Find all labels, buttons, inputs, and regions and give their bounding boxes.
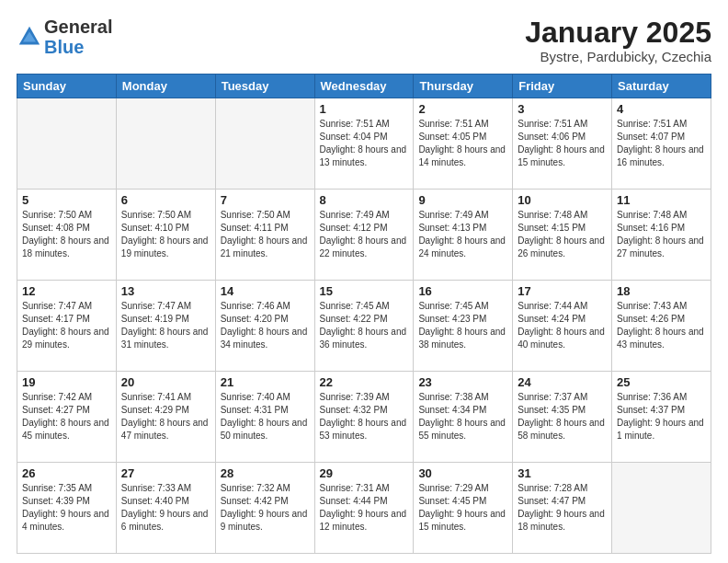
day-number: 27 [121,466,210,480]
day-cell: 4Sunrise: 7:51 AM Sunset: 4:07 PM Daylig… [612,98,711,190]
day-number: 15 [320,284,409,298]
day-info: Sunrise: 7:51 AM Sunset: 4:06 PM Dayligh… [518,118,607,169]
day-cell: 2Sunrise: 7:51 AM Sunset: 4:05 PM Daylig… [414,98,513,190]
day-cell: 25Sunrise: 7:36 AM Sunset: 4:37 PM Dayli… [612,372,711,463]
calendar: Sunday Monday Tuesday Wednesday Thursday… [17,74,711,554]
day-info: Sunrise: 7:32 AM Sunset: 4:42 PM Dayligh… [221,482,310,534]
day-number: 23 [418,375,507,389]
day-number: 3 [518,102,607,116]
week-row-4: 19Sunrise: 7:42 AM Sunset: 4:27 PM Dayli… [17,372,711,463]
month-title: January 2025 [525,17,711,49]
day-info: Sunrise: 7:51 AM Sunset: 4:05 PM Dayligh… [418,118,507,169]
day-info: Sunrise: 7:50 AM Sunset: 4:10 PM Dayligh… [121,209,210,260]
day-info: Sunrise: 7:47 AM Sunset: 4:17 PM Dayligh… [22,300,111,351]
day-cell: 11Sunrise: 7:48 AM Sunset: 4:16 PM Dayli… [612,190,711,281]
day-cell: 8Sunrise: 7:49 AM Sunset: 4:12 PM Daylig… [314,190,414,281]
day-number: 20 [121,375,210,389]
day-info: Sunrise: 7:48 AM Sunset: 4:15 PM Dayligh… [518,209,607,260]
day-info: Sunrise: 7:50 AM Sunset: 4:11 PM Dayligh… [221,209,310,260]
day-cell: 29Sunrise: 7:31 AM Sunset: 4:44 PM Dayli… [314,463,414,554]
day-cell [17,98,117,190]
day-cell: 7Sunrise: 7:50 AM Sunset: 4:11 PM Daylig… [215,190,314,281]
day-number: 16 [418,284,507,298]
day-number: 26 [22,466,111,480]
day-cell: 13Sunrise: 7:47 AM Sunset: 4:19 PM Dayli… [116,281,215,372]
day-cell: 19Sunrise: 7:42 AM Sunset: 4:27 PM Dayli… [17,372,117,463]
day-info: Sunrise: 7:48 AM Sunset: 4:16 PM Dayligh… [617,209,706,260]
day-cell: 17Sunrise: 7:44 AM Sunset: 4:24 PM Dayli… [513,281,612,372]
day-cell: 5Sunrise: 7:50 AM Sunset: 4:08 PM Daylig… [17,190,117,281]
day-number: 2 [418,102,507,116]
day-number: 4 [617,102,706,116]
day-number: 29 [320,466,409,480]
day-number: 19 [22,375,111,389]
day-info: Sunrise: 7:46 AM Sunset: 4:20 PM Dayligh… [221,300,310,351]
header-monday: Monday [116,75,215,98]
day-cell [215,98,314,190]
week-row-5: 26Sunrise: 7:35 AM Sunset: 4:39 PM Dayli… [17,463,711,554]
day-info: Sunrise: 7:51 AM Sunset: 4:07 PM Dayligh… [617,118,706,169]
day-cell: 1Sunrise: 7:51 AM Sunset: 4:04 PM Daylig… [314,98,414,190]
day-info: Sunrise: 7:45 AM Sunset: 4:23 PM Dayligh… [418,300,507,351]
day-cell: 27Sunrise: 7:33 AM Sunset: 4:40 PM Dayli… [116,463,215,554]
day-info: Sunrise: 7:45 AM Sunset: 4:22 PM Dayligh… [320,300,409,351]
day-info: Sunrise: 7:36 AM Sunset: 4:37 PM Dayligh… [617,391,706,442]
day-cell [116,98,215,190]
day-number: 31 [518,466,607,480]
day-cell: 28Sunrise: 7:32 AM Sunset: 4:42 PM Dayli… [215,463,314,554]
day-number: 25 [617,375,706,389]
day-number: 10 [518,193,607,207]
day-cell: 22Sunrise: 7:39 AM Sunset: 4:32 PM Dayli… [314,372,414,463]
day-cell: 24Sunrise: 7:37 AM Sunset: 4:35 PM Dayli… [513,372,612,463]
day-cell: 16Sunrise: 7:45 AM Sunset: 4:23 PM Dayli… [414,281,513,372]
logo-general-text: General [44,17,112,37]
day-info: Sunrise: 7:29 AM Sunset: 4:45 PM Dayligh… [418,482,507,534]
day-info: Sunrise: 7:31 AM Sunset: 4:44 PM Dayligh… [320,482,409,534]
header-friday: Friday [513,75,612,98]
day-number: 8 [320,193,409,207]
week-row-1: 1Sunrise: 7:51 AM Sunset: 4:04 PM Daylig… [17,98,711,190]
day-info: Sunrise: 7:49 AM Sunset: 4:13 PM Dayligh… [418,209,507,260]
day-info: Sunrise: 7:49 AM Sunset: 4:12 PM Dayligh… [320,209,409,260]
day-info: Sunrise: 7:50 AM Sunset: 4:08 PM Dayligh… [22,209,111,260]
day-number: 18 [617,284,706,298]
day-cell: 14Sunrise: 7:46 AM Sunset: 4:20 PM Dayli… [215,281,314,372]
day-info: Sunrise: 7:40 AM Sunset: 4:31 PM Dayligh… [221,391,310,442]
calendar-header-row: Sunday Monday Tuesday Wednesday Thursday… [17,75,711,98]
day-number: 6 [121,193,210,207]
day-cell: 18Sunrise: 7:43 AM Sunset: 4:26 PM Dayli… [612,281,711,372]
day-cell: 10Sunrise: 7:48 AM Sunset: 4:15 PM Dayli… [513,190,612,281]
page: General Blue January 2025 Bystre, Pardub… [0,0,728,563]
day-number: 14 [221,284,310,298]
header-tuesday: Tuesday [215,75,314,98]
day-cell [612,463,711,554]
day-cell: 31Sunrise: 7:28 AM Sunset: 4:47 PM Dayli… [513,463,612,554]
logo-blue-text: Blue [44,37,84,57]
day-number: 1 [320,102,409,116]
header-wednesday: Wednesday [314,75,414,98]
day-cell: 3Sunrise: 7:51 AM Sunset: 4:06 PM Daylig… [513,98,612,190]
header-thursday: Thursday [414,75,513,98]
day-number: 13 [121,284,210,298]
day-info: Sunrise: 7:28 AM Sunset: 4:47 PM Dayligh… [518,482,607,534]
day-cell: 20Sunrise: 7:41 AM Sunset: 4:29 PM Dayli… [116,372,215,463]
logo-icon [17,24,42,50]
day-info: Sunrise: 7:51 AM Sunset: 4:04 PM Dayligh… [320,118,409,169]
day-number: 24 [518,375,607,389]
header-saturday: Saturday [612,75,711,98]
logo-text: General Blue [44,17,112,57]
day-cell: 15Sunrise: 7:45 AM Sunset: 4:22 PM Dayli… [314,281,414,372]
day-info: Sunrise: 7:41 AM Sunset: 4:29 PM Dayligh… [121,391,210,442]
day-cell: 12Sunrise: 7:47 AM Sunset: 4:17 PM Dayli… [17,281,117,372]
day-number: 28 [221,466,310,480]
location: Bystre, Pardubicky, Czechia [525,49,711,64]
day-number: 11 [617,193,706,207]
day-info: Sunrise: 7:47 AM Sunset: 4:19 PM Dayligh… [121,300,210,351]
day-number: 7 [221,193,310,207]
day-number: 5 [22,193,111,207]
day-info: Sunrise: 7:35 AM Sunset: 4:39 PM Dayligh… [22,482,111,534]
day-info: Sunrise: 7:42 AM Sunset: 4:27 PM Dayligh… [22,391,111,442]
day-number: 21 [221,375,310,389]
day-cell: 9Sunrise: 7:49 AM Sunset: 4:13 PM Daylig… [414,190,513,281]
day-cell: 23Sunrise: 7:38 AM Sunset: 4:34 PM Dayli… [414,372,513,463]
